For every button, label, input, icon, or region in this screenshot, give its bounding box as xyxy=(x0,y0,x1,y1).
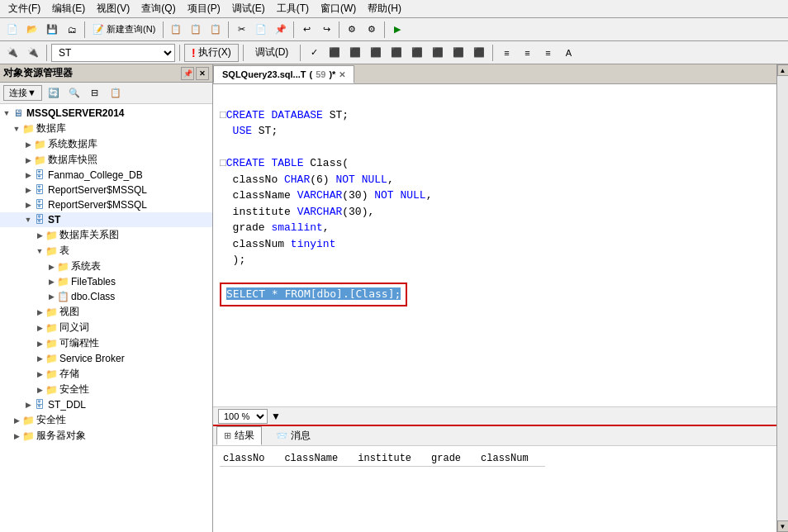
toggle-dbdiagram[interactable]: ▶ xyxy=(35,230,45,240)
results-tab-message[interactable]: 📨 消息 xyxy=(268,426,318,445)
redo-btn[interactable]: ↪ xyxy=(317,21,335,39)
open-btn[interactable]: 📂 xyxy=(23,21,41,39)
toggle-programmability[interactable]: ▶ xyxy=(35,339,45,349)
connect-button[interactable]: 连接▼ xyxy=(3,85,42,101)
tree-snapshot[interactable]: ▶ 📁 数据库快照 xyxy=(0,152,212,168)
toggle-databases[interactable]: ▼ xyxy=(12,124,21,134)
tb2-btn7[interactable]: ⬛ xyxy=(387,44,406,62)
scroll-track[interactable] xyxy=(777,76,789,520)
right-scrollbar[interactable]: ▲ ▼ xyxy=(776,64,788,532)
tree-server-objects[interactable]: ▶ 📁 服务器对象 xyxy=(0,428,212,444)
tree-programmability[interactable]: ▶ 📁 可编程性 xyxy=(0,335,212,351)
tb2-btn11[interactable]: ⬛ xyxy=(470,44,488,62)
cut-btn[interactable]: ✂ xyxy=(232,21,250,39)
debug-button[interactable]: 调试(D) xyxy=(248,44,297,62)
menu-file[interactable]: 文件(F) xyxy=(3,0,45,17)
tree-report1[interactable]: ▶ 🗄 ReportServer$MSSQL xyxy=(0,183,212,197)
tree-st-ddl[interactable]: ▶ 🗄 ST_DDL xyxy=(0,397,212,412)
database-selector[interactable]: ST xyxy=(51,44,175,62)
tb2-btn2[interactable]: 🔌 xyxy=(24,44,42,62)
toggle-sysdb[interactable]: ▶ xyxy=(23,140,33,150)
toggle-report1[interactable]: ▶ xyxy=(23,185,33,195)
toggle-st[interactable]: ▼ xyxy=(23,215,33,225)
tb2-btn14[interactable]: ≡ xyxy=(539,44,557,62)
tb2-btn1[interactable]: 🔌 xyxy=(3,44,21,62)
tree-st[interactable]: ▼ 🗄 ST xyxy=(0,212,212,227)
toggle-file-tables[interactable]: ▶ xyxy=(46,277,56,287)
toggle-fanmao[interactable]: ▶ xyxy=(23,170,33,180)
toggle-synonyms[interactable]: ▶ xyxy=(35,323,45,333)
copy-btn[interactable]: 📄 xyxy=(252,21,270,39)
tree-databases[interactable]: ▼ 📁 数据库 xyxy=(0,121,212,136)
menu-project[interactable]: 项目(P) xyxy=(183,0,225,17)
execute-button[interactable]: ! 执行(X) xyxy=(184,44,239,62)
undo-btn[interactable]: ↩ xyxy=(297,21,316,39)
menu-debug[interactable]: 调试(E) xyxy=(227,0,270,17)
toggle-dbo-class[interactable]: ▶ xyxy=(46,292,56,302)
tb2-btn13[interactable]: ≡ xyxy=(518,44,536,62)
menu-edit[interactable]: 编辑(E) xyxy=(47,0,90,17)
tb2-btn5[interactable]: ⬛ xyxy=(346,44,364,62)
filter-btn[interactable]: 🔍 xyxy=(65,84,83,102)
props-btn[interactable]: 📋 xyxy=(107,84,125,102)
toggle-views[interactable]: ▶ xyxy=(35,307,45,317)
menu-tools[interactable]: 工具(T) xyxy=(272,0,314,17)
new-query-btn[interactable]: 📝 新建查询(N) xyxy=(88,21,159,39)
results-tab-result[interactable]: ⊞ 结果 xyxy=(216,426,262,445)
save-all-btn[interactable]: 🗂 xyxy=(63,21,81,39)
btn5[interactable]: 📋 xyxy=(206,21,225,39)
paste-btn[interactable]: 📌 xyxy=(272,21,290,39)
toggle-report2[interactable]: ▶ xyxy=(23,200,33,210)
toggle-service-broker[interactable]: ▶ xyxy=(35,354,45,363)
tb2-btn6[interactable]: ⬛ xyxy=(367,44,385,62)
tb2-btn3[interactable]: ✓ xyxy=(305,44,323,62)
zoom-selector[interactable]: 100 % xyxy=(218,409,268,424)
toggle-sys-tables[interactable]: ▶ xyxy=(46,262,56,272)
tb2-btn15[interactable]: A xyxy=(559,44,577,62)
tree-security[interactable]: ▶ 📁 安全性 xyxy=(0,412,212,428)
tb2-btn12[interactable]: ≡ xyxy=(497,44,515,62)
new-file-btn[interactable]: 📄 xyxy=(3,21,21,39)
toggle-tables[interactable]: ▼ xyxy=(35,246,45,256)
menu-window[interactable]: 窗口(W) xyxy=(316,0,361,17)
selected-statement[interactable]: SELECT * FROM[dbo].[Class]; xyxy=(220,283,407,306)
tb2-btn10[interactable]: ⬛ xyxy=(449,44,468,62)
tree-fanmao[interactable]: ▶ 🗄 Fanmao_College_DB xyxy=(0,168,212,183)
tree-security-st[interactable]: ▶ 📁 安全性 xyxy=(0,382,212,397)
tree-views[interactable]: ▶ 📁 视图 xyxy=(0,304,212,320)
menu-query[interactable]: 查询(Q) xyxy=(136,0,180,17)
toggle-server-objects[interactable]: ▶ xyxy=(12,431,21,441)
tree-storage[interactable]: ▶ 📁 存储 xyxy=(0,366,212,382)
tb2-btn9[interactable]: ⬛ xyxy=(429,44,447,62)
tb2-btn8[interactable]: ⬛ xyxy=(408,44,426,62)
tree-sys-tables[interactable]: ▶ 📁 系统表 xyxy=(0,259,212,274)
close-panel-btn[interactable]: ✕ xyxy=(196,67,209,80)
toggle-server[interactable]: ▼ xyxy=(2,108,12,118)
tree-server[interactable]: ▼ 🖥 MSSQLSERVER2014 xyxy=(0,106,212,121)
tb2-btn4[interactable]: ⬛ xyxy=(325,44,344,62)
tree-system-db[interactable]: ▶ 📁 系统数据库 xyxy=(0,136,212,152)
btn7[interactable]: ⚙ xyxy=(363,21,381,39)
toggle-snapshot[interactable]: ▶ xyxy=(23,155,33,165)
refresh-btn[interactable]: 🔄 xyxy=(45,84,63,102)
tree-synonyms[interactable]: ▶ 📁 同义词 xyxy=(0,320,212,335)
scroll-up-arrow[interactable]: ▲ xyxy=(777,64,789,76)
sql-editor[interactable]: □CREATE DATABASE ST; USE ST; □CREATE TAB… xyxy=(213,84,776,406)
scroll-down-arrow[interactable]: ▼ xyxy=(777,520,789,532)
run-btn[interactable]: ▶ xyxy=(388,21,406,39)
pin-btn[interactable]: 📌 xyxy=(181,67,194,80)
collapse-all-btn[interactable]: ⊟ xyxy=(86,84,104,102)
toggle-security[interactable]: ▶ xyxy=(12,416,21,425)
toggle-storage[interactable]: ▶ xyxy=(35,369,45,379)
tree-dbdiagram[interactable]: ▶ 📁 数据库关系图 xyxy=(0,227,212,243)
tree-file-tables[interactable]: ▶ 📁 FileTables xyxy=(0,274,212,289)
btn6[interactable]: ⚙ xyxy=(343,21,361,39)
tree-dbo-class[interactable]: ▶ 📋 dbo.Class xyxy=(0,289,212,304)
tree-report2[interactable]: ▶ 🗄 ReportServer$MSSQL xyxy=(0,197,212,212)
btn3[interactable]: 📋 xyxy=(167,21,185,39)
editor-tab[interactable]: SQLQuery23.sql...T ( 59 )* ✕ xyxy=(213,65,354,83)
toggle-st-ddl[interactable]: ▶ xyxy=(23,400,33,410)
tab-close-btn[interactable]: ✕ xyxy=(339,70,345,79)
menu-help[interactable]: 帮助(H) xyxy=(363,0,406,17)
menu-view[interactable]: 视图(V) xyxy=(92,0,135,17)
